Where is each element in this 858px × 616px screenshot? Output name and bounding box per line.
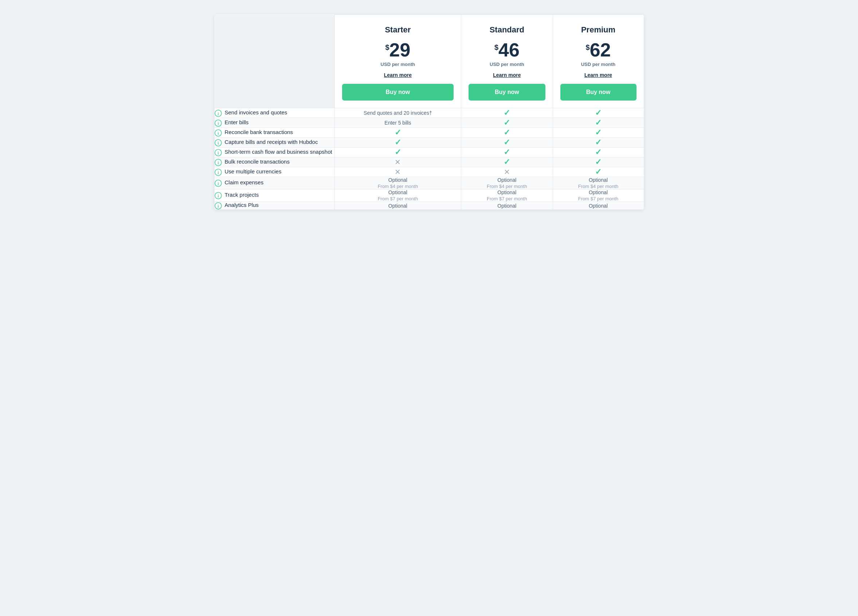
price-dollar-standard: $ — [494, 43, 498, 52]
optional-label: Optional — [461, 203, 552, 209]
learn-more-starter[interactable]: Learn more — [342, 72, 454, 78]
feature-label-text: Short-term cash flow and business snapsh… — [225, 149, 332, 155]
check-icon: ✓ — [395, 128, 401, 137]
feature-info-icon[interactable]: i — [214, 192, 222, 199]
plan-name-premium: Premium — [560, 25, 636, 35]
feature-row: i Short-term cash flow and business snap… — [214, 147, 644, 157]
feature-info-icon[interactable]: i — [214, 110, 222, 117]
svg-text:i: i — [218, 151, 219, 155]
feature-info-icon[interactable]: i — [214, 129, 222, 137]
buy-now-standard[interactable]: Buy now — [468, 84, 545, 101]
feature-value-8-1: Optional From $7 per month — [461, 189, 553, 202]
check-icon: ✓ — [504, 108, 510, 117]
buy-now-premium[interactable]: Buy now — [560, 84, 636, 101]
feature-label-text: Claim expenses — [225, 179, 264, 185]
feature-label-text: Send invoices and quotes — [225, 109, 288, 115]
buy-now-starter[interactable]: Buy now — [342, 84, 454, 101]
feature-value-4-0: ✓ — [334, 147, 461, 157]
check-icon: ✓ — [504, 157, 510, 166]
feature-value-5-1: ✓ — [461, 157, 553, 167]
feature-label-cell-0: i Send invoices and quotes — [214, 108, 334, 118]
feature-label-cell-7: i Claim expenses — [214, 177, 334, 189]
feature-label-text: Capture bills and receipts with Hubdoc — [225, 139, 318, 145]
feature-value-4-2: ✓ — [553, 147, 644, 157]
feature-info-icon[interactable]: i — [214, 180, 222, 187]
cross-icon: ✕ — [395, 158, 401, 166]
feature-value-8-2: Optional From $7 per month — [553, 189, 644, 202]
optional-label: Optional — [335, 177, 461, 183]
feature-info-icon[interactable]: i — [214, 149, 222, 156]
svg-text:i: i — [218, 121, 219, 126]
optional-label: Optional — [461, 189, 552, 195]
price-amount-premium: 62 — [590, 40, 611, 59]
feature-value-3-2: ✓ — [553, 138, 644, 147]
price-period-starter: USD per month — [342, 62, 454, 67]
feature-info-icon[interactable]: i — [214, 139, 222, 146]
feature-label-cell-3: i Capture bills and receipts with Hubdoc — [214, 138, 334, 147]
feature-value-2-1: ✓ — [461, 128, 553, 138]
feature-value-6-1: ✕ — [461, 167, 553, 177]
feature-label-cell-5: i Bulk reconcile transactions — [214, 157, 334, 167]
optional-label: Optional — [553, 203, 644, 209]
feature-info-icon[interactable]: i — [214, 119, 222, 127]
feature-label-cell-1: i Enter bills — [214, 118, 334, 128]
optional-subtext: From $7 per month — [461, 196, 552, 202]
check-icon: ✓ — [595, 147, 602, 157]
feature-label-cell-2: i Reconcile bank transactions — [214, 128, 334, 138]
feature-value-0-0: Send quotes and 20 invoices† — [334, 108, 461, 118]
learn-more-premium[interactable]: Learn more — [560, 72, 636, 78]
optional-subtext: From $7 per month — [553, 196, 644, 202]
optional-subtext: From $4 per month — [335, 184, 461, 189]
plan-header-standard: Standard $ 46 USD per month Learn more B… — [461, 15, 553, 108]
feature-value-3-0: ✓ — [334, 138, 461, 147]
feature-label-cell-4: i Short-term cash flow and business snap… — [214, 147, 334, 157]
feature-value-5-0: ✕ — [334, 157, 461, 167]
check-icon: ✓ — [595, 157, 602, 166]
feature-row: i Claim expenses Optional From $4 per mo… — [214, 177, 644, 189]
feature-value-8-0: Optional From $7 per month — [334, 189, 461, 202]
plan-header-starter: Starter $ 29 USD per month Learn more Bu… — [334, 15, 461, 108]
plan-name-standard: Standard — [468, 25, 545, 35]
optional-subtext: From $4 per month — [553, 184, 644, 189]
feature-label-text: Use multiple currencies — [225, 168, 281, 174]
check-icon: ✓ — [595, 108, 602, 117]
cross-icon: ✕ — [504, 168, 510, 176]
feature-value-9-0: Optional — [334, 202, 461, 210]
feature-label-cell-8: i Track projects — [214, 189, 334, 202]
feature-value-3-1: ✓ — [461, 138, 553, 147]
svg-text:i: i — [218, 112, 219, 116]
check-icon: ✓ — [595, 118, 602, 127]
feature-value-6-2: ✓ — [553, 167, 644, 177]
feature-label-text: Reconcile bank transactions — [225, 129, 293, 135]
feature-row: i Send invoices and quotes Send quotes a… — [214, 108, 644, 118]
pricing-table: Starter $ 29 USD per month Learn more Bu… — [214, 15, 644, 210]
feature-value-9-1: Optional — [461, 202, 553, 210]
plan-header-premium: Premium $ 62 USD per month Learn more Bu… — [553, 15, 644, 108]
check-icon: ✓ — [504, 147, 510, 157]
feature-info-icon[interactable]: i — [214, 202, 222, 209]
learn-more-standard[interactable]: Learn more — [468, 72, 545, 78]
check-icon: ✓ — [504, 128, 510, 137]
feature-value-1-2: ✓ — [553, 118, 644, 128]
check-icon: ✓ — [504, 118, 510, 127]
optional-label: Optional — [461, 177, 552, 183]
feature-value-0-2: ✓ — [553, 108, 644, 118]
check-icon: ✓ — [595, 128, 602, 137]
feature-label-text: Track projects — [225, 192, 259, 198]
feature-label-text: Bulk reconcile transactions — [225, 158, 290, 164]
optional-label: Optional — [553, 189, 644, 195]
svg-text:i: i — [218, 141, 219, 145]
feature-row: i Capture bills and receipts with Hubdoc… — [214, 138, 644, 147]
feature-value-7-2: Optional From $4 per month — [553, 177, 644, 189]
optional-subtext: From $4 per month — [461, 184, 552, 189]
feature-value-4-1: ✓ — [461, 147, 553, 157]
svg-text:i: i — [218, 204, 219, 208]
feature-info-icon[interactable]: i — [214, 169, 222, 176]
optional-label: Optional — [335, 189, 461, 195]
feature-label-cell-6: i Use multiple currencies — [214, 167, 334, 177]
feature-label-cell-9: i Analytics Plus — [214, 202, 334, 210]
feature-row: i Reconcile bank transactions ✓✓✓ — [214, 128, 644, 138]
check-icon: ✓ — [595, 167, 602, 176]
feature-value-1-1: ✓ — [461, 118, 553, 128]
feature-info-icon[interactable]: i — [214, 159, 222, 166]
